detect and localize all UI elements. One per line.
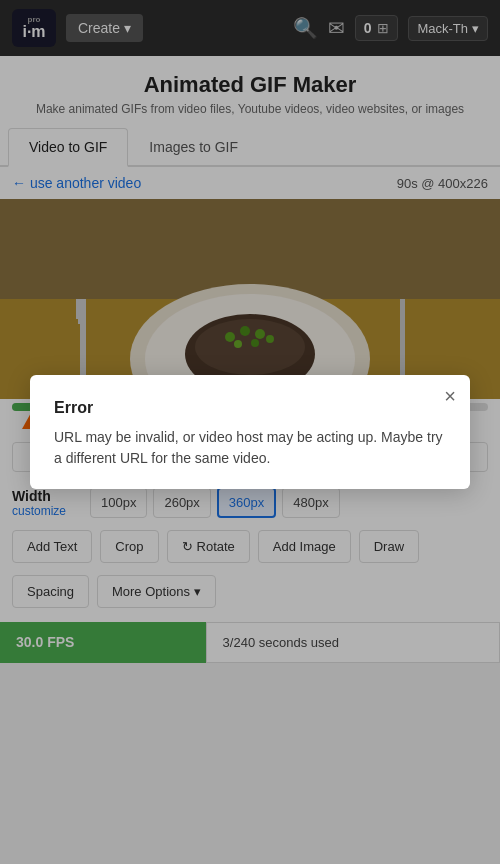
error-modal-body: URL may be invalid, or video host may be…	[54, 427, 446, 469]
error-modal: × Error URL may be invalid, or video hos…	[30, 375, 470, 489]
error-modal-title: Error	[54, 399, 446, 417]
error-modal-overlay: × Error URL may be invalid, or video hos…	[0, 0, 500, 864]
modal-close-button[interactable]: ×	[444, 385, 456, 408]
